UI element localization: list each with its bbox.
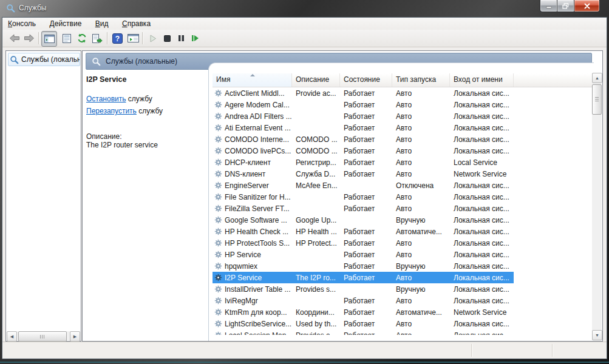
tree-item-label: Службы (локальные) [21,55,80,64]
service-rows: ActivClient Middl...Provide ac...Работае… [213,87,514,335]
cell-name: I2P Service [213,274,292,282]
table-row[interactable]: Local Session Man...Provides a...Работае… [213,329,514,335]
scroll-down-button[interactable]: ▼ [592,330,602,340]
start-service-icon [149,35,157,42]
cell-logon: Локальная сис... [450,285,514,294]
service-gear-icon [214,239,222,247]
back-button[interactable] [7,31,22,46]
pause-service-button[interactable] [174,31,188,46]
cell-logon: Локальная сис... [450,216,514,224]
column-header-description[interactable]: Описание [292,73,340,87]
cell-status: Работает [340,147,392,155]
tree-item-services-local[interactable]: Службы (локальные) [8,53,80,66]
forward-button[interactable] [22,31,36,46]
cell-logon: Локальная сис... [450,228,514,236]
table-row[interactable]: Google Software ...Google Up...ВручнуюЛо… [213,214,514,226]
table-row[interactable]: FileZilla Server FT...РаботаетАвтоЛокаль… [213,203,514,214]
cell-name: COMODO Interne... [213,135,292,144]
cell-startup: Вручную [392,285,450,294]
table-row[interactable]: InstallDriver Table ...Provides s...Вруч… [213,283,514,295]
table-row[interactable]: Agere Modem Cal...РаботаетАвтоЛокальная … [213,99,514,110]
cell-status: Работает [340,262,392,271]
table-row[interactable]: ActivClient Middl...Provide ac...Работае… [213,87,514,99]
cell-description: McAfee En... [292,181,340,190]
cell-startup: Авто [392,274,450,282]
cell-description: COMODO ... [292,135,340,144]
cell-name: FileZilla Server FT... [213,204,292,213]
close-button[interactable] [574,0,600,12]
export-list-button[interactable] [90,31,104,46]
table-row[interactable]: LightScribeService...Used by th...Работа… [213,318,514,329]
cell-logon: Локальная сис... [450,204,514,213]
cell-startup: Авто [392,112,450,121]
restore-button[interactable] [557,0,574,12]
column-header-status[interactable]: Состояние [340,73,392,87]
table-vertical-scrollbar[interactable]: ▲ ▼ [592,73,602,340]
cell-name: HP ProtectTools S... [213,239,292,248]
service-gear-icon [214,216,222,224]
table-row[interactable]: COMODO livePCs...COMODO ...РаботаетАвтоЛ… [213,145,514,157]
column-header-startup-type[interactable]: Тип запуска [392,73,450,87]
client-area: Консоль Действие Вид Справка [2,17,607,359]
scrollbar-thumb[interactable] [18,331,67,342]
table-row[interactable]: EngineServerMcAfee En...ОтключенаЛокальн… [213,180,514,191]
table-row[interactable]: HP Health Check ...HP Health ...Работает… [213,226,514,237]
svg-text:?: ? [115,34,119,42]
table-row[interactable]: KtmRm для коор...Координи...РаботаетАвто… [213,306,514,318]
menu-console[interactable]: Консоль [2,18,41,28]
column-header-logon-as[interactable]: Вход от имени [450,73,514,87]
menu-view[interactable]: Вид [90,18,114,28]
start-service-button[interactable] [146,31,160,46]
minimize-icon [546,3,552,8]
restart-service-button[interactable] [188,31,202,46]
properties-button[interactable] [60,31,74,46]
cell-logon: Локальная сис... [450,331,514,335]
refresh-button[interactable] [75,31,89,46]
table-row[interactable]: DNS-клиентСлужба D...РаботаетАвтоNetwork… [213,168,514,180]
cell-logon: Локальная сис... [450,320,514,328]
cell-name: KtmRm для коор... [213,308,292,317]
help-button[interactable]: ? [110,31,124,46]
cell-name: HP Health Check ... [213,228,292,236]
scrollbar-thumb[interactable] [592,84,602,115]
menu-action[interactable]: Действие [44,18,87,28]
cell-logon: Локальная сис... [450,274,514,282]
service-gear-icon [214,101,222,109]
scroll-left-button[interactable]: ◀ [7,331,17,342]
restart-service-icon [191,35,199,42]
column-header-name[interactable]: Имя [213,73,292,87]
show-console-tree-button[interactable] [41,31,57,47]
table-row[interactable]: COMODO Interne...COMODO ...РаботаетАвтоЛ… [213,133,514,145]
table-row[interactable]: I2P ServiceThe I2P ro...РаботаетАвтоЛока… [213,272,514,283]
table-row[interactable]: hpqwmiexРаботаетВручнуюЛокальная сис... [213,260,514,272]
scroll-right-button[interactable]: ▶ [70,331,80,342]
cell-name: COMODO livePCs... [213,147,292,155]
cell-startup: Авто [392,331,450,335]
cell-name: Andrea ADI Filters ... [213,112,292,121]
table-row[interactable]: IviRegMgrРаботаетАвтоЛокальная сис... [213,295,514,306]
table-row[interactable]: HP ProtectTools S...HP Protect...Работае… [213,237,514,249]
title-bar[interactable]: Службы [0,0,609,17]
menu-help[interactable]: Справка [117,18,156,28]
stop-service-link[interactable]: Остановить [86,95,126,103]
table-row[interactable]: HP ServiceРаботаетАвтоЛокальная сис... [213,249,514,260]
services-band-icon [92,57,101,66]
minimize-button[interactable] [540,0,557,12]
cell-description: COMODO ... [292,147,340,155]
service-gear-icon [214,193,222,201]
table-row[interactable]: Ati External Event ...РаботаетАвтоЛокаль… [213,122,514,133]
cell-status: Работает [340,297,392,305]
scroll-up-button[interactable]: ▲ [592,73,602,83]
show-action-pane-button[interactable] [126,31,140,46]
cell-description: The I2P ro... [292,274,340,282]
table-row[interactable]: DHCP-клиентРегистрир...РаботаетАвтоLocal… [213,157,514,168]
cell-name: LightScribeService... [213,320,292,328]
table-row[interactable]: File Sanitizer for H...РаботаетАвтоЛокал… [213,191,514,203]
table-row[interactable]: Andrea ADI Filters ...РаботаетАвтоЛокаль… [213,110,514,122]
restart-service-link[interactable]: Перезапустить [86,107,137,115]
status-separator [471,344,472,357]
stop-service-button[interactable] [160,31,174,46]
tree-horizontal-scrollbar[interactable]: ◀ ▶ [7,331,80,340]
back-icon [9,34,20,42]
cell-status: Работает [340,193,392,201]
